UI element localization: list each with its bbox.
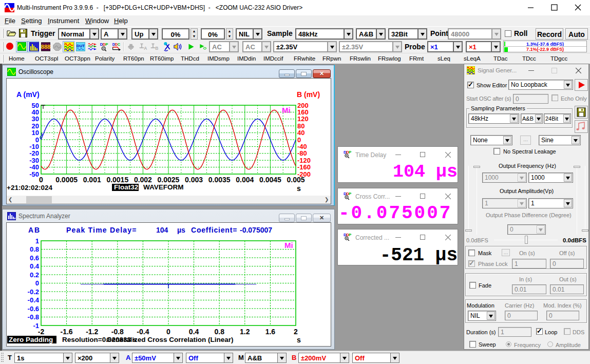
svg-text:A: A [144,46,147,51]
svg-text:C: C [118,42,121,47]
svg-text:P: P [349,233,352,237]
svg-text:B: B [155,46,158,51]
svg-text:DUT: DUT [77,44,85,48]
svg-text:P: P [349,150,352,155]
svg-text:888: 888 [41,44,50,50]
svg-text:P: P [349,191,352,196]
svg-text:P: P [105,42,108,47]
